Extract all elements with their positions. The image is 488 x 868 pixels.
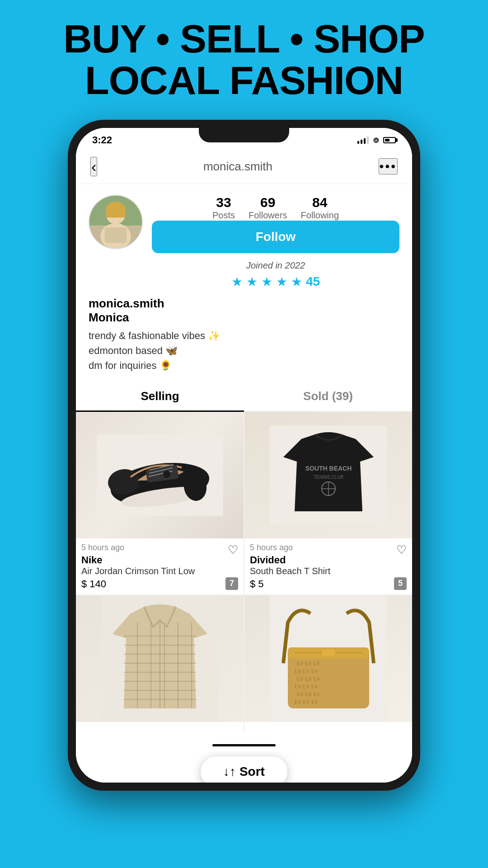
stat-followers[interactable]: 69 Followers	[249, 195, 287, 221]
status-icons: ⌾	[357, 135, 396, 145]
profile-header-left	[89, 195, 143, 289]
svg-text:LV LV LV: LV LV LV	[295, 668, 319, 675]
star-3: ★	[261, 274, 272, 289]
listing-details	[244, 722, 412, 733]
heart-icon-1[interactable]: ♡	[228, 543, 238, 557]
listing-image-bag: LV LV LV LV LV LV LV LV LV LV LV LV LV L…	[244, 595, 412, 722]
svg-text:LV LV LV: LV LV LV	[297, 676, 321, 682]
listing-num-2: 5	[394, 577, 407, 590]
time: 3:22	[92, 134, 112, 146]
rating-row: ★ ★ ★ ★ ★ 45	[152, 274, 399, 289]
notch	[199, 128, 289, 142]
avatar	[89, 195, 143, 249]
listing-item[interactable]: SOUTH BEACH TENNIS CLUB 5 hours ago Divi…	[244, 412, 412, 594]
listing-details: 5 hours ago Divided South Beach T Shirt …	[244, 538, 412, 594]
stat-posts: 33 Posts	[212, 195, 235, 221]
signal-icon	[357, 137, 369, 144]
listing-image-tshirt: SOUTH BEACH TENNIS CLUB	[244, 412, 412, 538]
stat-following[interactable]: 84 Following	[301, 195, 339, 221]
profile-header-right: 33 Posts 69 Followers 84 Following	[152, 195, 399, 289]
top-nav: ‹ monica.smith •••	[76, 150, 412, 184]
listing-item[interactable]: LV LV LV LV LV LV LV LV LV LV LV LV LV L…	[244, 595, 412, 733]
listing-grid: 5 hours ago Nike Air Jordan Crimson Tint…	[76, 412, 412, 733]
app-content: ‹ monica.smith •••	[76, 150, 412, 783]
listing-item[interactable]: 5 hours ago Nike Air Jordan Crimson Tint…	[76, 412, 244, 594]
heart-icon-2[interactable]: ♡	[396, 543, 407, 557]
home-indicator	[76, 733, 412, 751]
tagline: BUY • SELL • SHOP LOCAL FASHION	[45, 18, 442, 102]
svg-text:LV LV LV: LV LV LV	[295, 699, 319, 705]
listing-image-shirt	[76, 595, 244, 722]
star-2: ★	[246, 274, 258, 289]
phone-screen: 3:22 ⌾ ‹ monica.smith •••	[76, 128, 412, 783]
app-tagline: BUY • SELL • SHOP LOCAL FASHION	[45, 18, 442, 120]
svg-text:LV LV LV: LV LV LV	[297, 660, 321, 667]
profile-bio: trendy & fashionable vibes ✨ edmonton ba…	[89, 328, 399, 373]
listing-num-1: 7	[225, 577, 238, 590]
svg-text:TENNIS CLUB: TENNIS CLUB	[313, 475, 343, 480]
phone-frame: 3:22 ⌾ ‹ monica.smith •••	[68, 120, 420, 791]
svg-rect-48	[322, 650, 335, 656]
home-bar	[212, 744, 276, 746]
star-1: ★	[231, 274, 243, 289]
svg-text:SOUTH BEACH: SOUTH BEACH	[305, 465, 352, 472]
svg-rect-6	[105, 227, 127, 243]
listing-image-shoes	[76, 412, 244, 538]
stats-row: 33 Posts 69 Followers 84 Following	[152, 195, 399, 221]
tab-selling[interactable]: Selling	[76, 382, 244, 412]
listing-details	[76, 722, 244, 733]
more-button[interactable]: •••	[379, 158, 398, 175]
listing-item[interactable]	[76, 595, 244, 733]
rating-count: 45	[306, 274, 320, 289]
profile-section: 33 Posts 69 Followers 84 Following	[76, 184, 412, 382]
profile-name: monica.smith Monica	[89, 297, 399, 325]
listing-details: 5 hours ago Nike Air Jordan Crimson Tint…	[76, 538, 244, 594]
joined-row: Joined in 2022	[152, 260, 399, 271]
sort-button[interactable]: ↓↑ Sort	[201, 756, 287, 783]
follow-button[interactable]: Follow	[152, 221, 399, 253]
svg-rect-5	[106, 209, 126, 217]
profile-header: 33 Posts 69 Followers 84 Following	[89, 195, 399, 289]
tab-sold[interactable]: Sold (39)	[244, 382, 412, 412]
nav-username: monica.smith	[203, 160, 272, 174]
wifi-icon: ⌾	[373, 135, 379, 145]
svg-text:LV LV LV: LV LV LV	[295, 684, 319, 690]
battery-icon	[383, 137, 396, 143]
joined-text: Joined in 2022	[246, 260, 305, 271]
svg-text:LV LV LV: LV LV LV	[297, 691, 321, 698]
star-4: ★	[276, 274, 287, 289]
star-5: ★	[291, 274, 302, 289]
back-button[interactable]: ‹	[90, 157, 97, 176]
tabs: Selling Sold (39)	[76, 382, 412, 412]
